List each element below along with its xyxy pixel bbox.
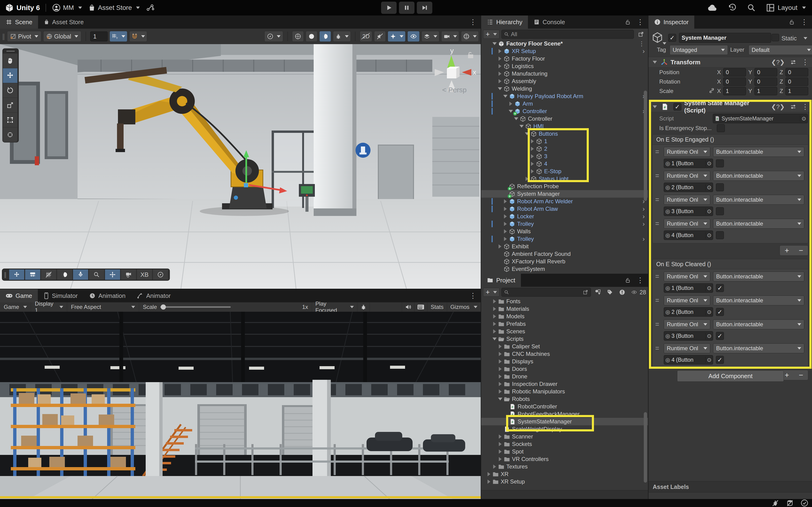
game-audio-button[interactable] [402, 302, 414, 312]
hierarchy-item-hmi[interactable]: HMI [481, 122, 648, 130]
event-mode-dropdown[interactable]: Runtime Onl [664, 171, 710, 181]
event-bool-checkbox[interactable] [716, 183, 724, 191]
orientation-gizmo[interactable]: y x < Persp [427, 46, 476, 100]
game-debug-button[interactable] [357, 302, 369, 312]
project-item-robotic-manipulators[interactable]: Robotic Manipulators [481, 388, 648, 395]
hierarchy-item-arm[interactable]: Arm [481, 100, 648, 108]
prefab-chevron[interactable]: › [643, 235, 645, 243]
expand-arrow[interactable] [486, 472, 492, 476]
expand-arrow[interactable] [502, 207, 508, 211]
transform-scale-x-field[interactable]: 1 [723, 87, 746, 95]
event-target-field[interactable]: ◎2 (Button⊙ [664, 307, 713, 317]
hierarchy-item-welding[interactable]: Welding [481, 85, 648, 93]
expand-arrow[interactable] [497, 87, 503, 90]
event-bool-checkbox[interactable]: ✓ [716, 308, 724, 316]
layers-dropdown[interactable] [421, 31, 439, 42]
prefab-chevron[interactable]: › [643, 205, 645, 213]
expand-arrow[interactable] [502, 95, 508, 98]
expand-arrow[interactable] [502, 222, 508, 226]
history-icon[interactable] [728, 3, 737, 12]
project-item-prefabs[interactable]: Prefabs [481, 320, 648, 328]
hierarchy-item-eventsystem[interactable]: EventSystem [481, 265, 648, 273]
drag-handle-icon[interactable]: = [655, 220, 661, 227]
hierarchy-scrollbar[interactable] [644, 91, 647, 201]
static-checkbox[interactable] [772, 34, 779, 41]
project-item-robotcontroller[interactable]: #RobotController [481, 403, 648, 410]
expand-arrow[interactable] [497, 442, 503, 446]
expand-arrow[interactable] [492, 322, 498, 326]
expand-arrow[interactable] [497, 244, 503, 248]
event-target-field[interactable]: ◎4 (Button⊙ [664, 230, 713, 240]
transform-position-x-field[interactable]: 0 [723, 68, 746, 76]
event-mode-dropdown[interactable]: Runtime Onl [664, 320, 710, 329]
hierarchy-item-trolley[interactable]: Trolley› [481, 220, 648, 228]
expand-arrow[interactable] [492, 299, 498, 303]
event-bool-checkbox[interactable] [716, 231, 724, 239]
tab-console[interactable]: Console [528, 15, 570, 29]
scale-link-icon[interactable] [709, 88, 715, 95]
transform-scale-y-field[interactable]: 1 [754, 87, 777, 95]
tag-dropdown[interactable]: Untagged [670, 45, 728, 55]
tab-hierarchy[interactable]: Hierarchy [481, 15, 528, 29]
expand-arrow[interactable] [497, 359, 503, 363]
cloud-icon[interactable] [707, 4, 718, 12]
gizmos-dropdown[interactable]: Gizmos [447, 302, 481, 312]
transform-rotation-y-field[interactable]: 0 [754, 77, 777, 86]
event-function-dropdown[interactable]: Button.interactable [713, 320, 804, 329]
static-caret[interactable] [804, 37, 807, 40]
expand-arrow[interactable] [524, 177, 530, 181]
transform-rotation-x-field[interactable]: 0 [723, 77, 746, 86]
expand-arrow[interactable] [497, 457, 503, 461]
game-viewport[interactable] [0, 312, 481, 507]
expand-arrow[interactable] [497, 72, 503, 76]
event-function-dropdown[interactable]: Button.interactable [713, 171, 804, 181]
script-help-icon[interactable]: ❮?❯ [771, 103, 785, 111]
event-bool-checkbox[interactable]: ✓ [716, 284, 724, 292]
hierarchy-item-ambient-factory-sound[interactable]: Ambient Factory Sound [481, 250, 648, 258]
hierarchy-item-xr-setup[interactable]: XR Setup› [481, 47, 648, 55]
project-item-fonts[interactable]: Fonts [481, 298, 648, 305]
project-item-spot[interactable]: Spot [481, 448, 648, 455]
expand-arrow[interactable] [497, 57, 503, 61]
event-bool-checkbox[interactable] [716, 159, 724, 167]
event-target-field[interactable]: ◎4 (Button⊙ [664, 355, 713, 364]
hierarchy-item-locker[interactable]: Locker› [481, 213, 648, 220]
event-function-dropdown[interactable]: Button.interactable [713, 343, 804, 353]
tab-game[interactable]: Game [0, 289, 38, 302]
object-picker-icon[interactable]: ⊙ [705, 208, 711, 215]
project-item-models[interactable]: Models [481, 313, 648, 320]
project-item-scenes[interactable]: Scenes [481, 328, 648, 335]
expand-arrow[interactable] [502, 229, 508, 233]
inspector-lock-icon[interactable] [789, 19, 795, 25]
hierarchy-item-exhibit[interactable]: Exhibit [481, 243, 648, 250]
hierarchy-item-factory-floor[interactable]: Factory Floor [481, 55, 648, 62]
event-function-dropdown[interactable]: Button.interactable [713, 272, 804, 281]
debugger-disabled-icon[interactable] [772, 500, 779, 507]
scene-visibility-toggle[interactable] [407, 31, 420, 42]
script-enabled-checkbox[interactable]: ✓ [673, 103, 681, 111]
expand-arrow[interactable] [508, 110, 514, 113]
project-item-xr[interactable]: XR [481, 470, 648, 478]
step-button[interactable] [417, 2, 432, 14]
expand-arrow[interactable] [497, 374, 503, 379]
alert-filter-button[interactable] [617, 288, 627, 296]
tab-animation[interactable]: Animation [84, 289, 131, 302]
hidden-count[interactable]: 28 [630, 289, 646, 296]
event-target-field[interactable]: ◎2 (Button⊙ [664, 183, 713, 192]
shading-mode-toggle[interactable] [319, 31, 331, 42]
object-picker-icon[interactable]: ⊙ [705, 160, 711, 167]
expand-arrow[interactable] [502, 214, 508, 219]
expand-arrow[interactable] [492, 314, 498, 319]
expand-arrow[interactable] [486, 480, 492, 484]
drag-handle-icon[interactable]: = [655, 297, 661, 304]
tab-asset-store[interactable]: Asset Store [38, 15, 89, 29]
camera-view-dropdown[interactable] [264, 31, 283, 42]
lock-icon[interactable] [625, 19, 630, 25]
cameras-dropdown[interactable] [441, 31, 459, 42]
expand-arrow[interactable] [529, 154, 536, 158]
scale-tool[interactable] [3, 98, 17, 113]
pause-button[interactable] [399, 2, 414, 14]
overlay-grid-button[interactable] [41, 270, 56, 280]
overlay-drag-handle[interactable]: ∥ [4, 271, 7, 278]
hierarchy-item-trolley[interactable]: Trolley› [481, 235, 648, 243]
